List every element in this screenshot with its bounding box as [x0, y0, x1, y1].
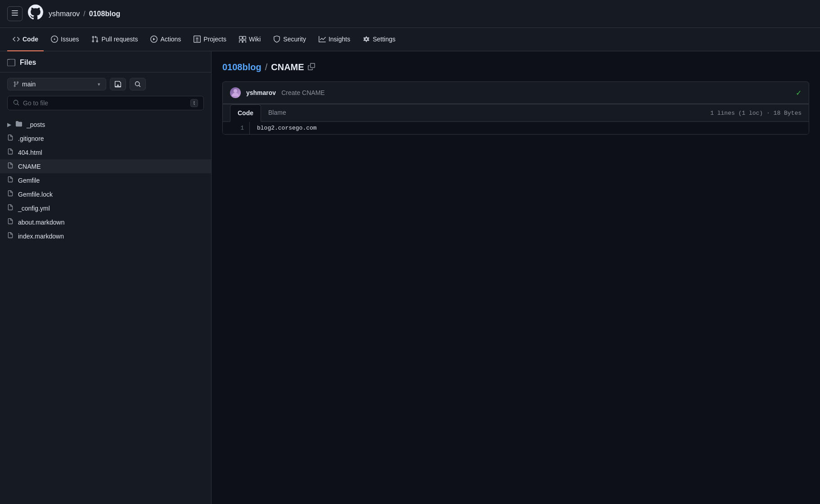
file-icon	[7, 176, 14, 184]
breadcrumb-repo[interactable]: 0108blog	[89, 10, 120, 18]
list-item[interactable]: CNAME	[0, 159, 211, 173]
viewer-tab-code[interactable]: Code	[230, 104, 261, 122]
tab-security-label: Security	[283, 36, 306, 43]
sidebar-title: Files	[20, 58, 36, 67]
tab-issues-label: Issues	[61, 36, 79, 43]
breadcrumb-slash: /	[83, 10, 85, 18]
nav-tabs: Code Issues Pull requests Actions	[0, 28, 820, 51]
breadcrumb-file-name: CNAME	[271, 62, 304, 72]
go-to-file-row: Go to file t	[0, 96, 211, 116]
go-to-file-input[interactable]: Go to file t	[7, 96, 204, 110]
commit-bar: yshmarov Create CNAME ✓	[222, 81, 809, 104]
sidebar: Files main ▾	[0, 51, 212, 504]
svg-point-0	[234, 89, 237, 93]
branch-icon	[13, 81, 19, 87]
avatar	[230, 87, 241, 98]
wiki-icon	[239, 36, 246, 43]
file-name: index.markdown	[18, 233, 64, 240]
panel-icon	[7, 58, 15, 67]
list-item[interactable]: Gemfile.lock	[0, 187, 211, 201]
tab-code-label: Code	[23, 36, 38, 43]
insights-icon	[319, 36, 326, 43]
tab-settings[interactable]: Settings	[357, 28, 401, 51]
folder-icon	[16, 121, 22, 128]
code-line-1: 1 blog2.corsego.com	[223, 122, 809, 134]
file-name: about.markdown	[18, 219, 65, 226]
file-name: .gitignore	[18, 135, 44, 142]
line-number: 1	[223, 122, 250, 134]
hamburger-button[interactable]	[7, 6, 23, 21]
commit-message: Create CNAME	[281, 89, 324, 96]
go-to-file-placeholder: Go to file	[23, 99, 48, 107]
file-name: Gemfile	[18, 177, 40, 184]
tab-actions[interactable]: Actions	[145, 28, 186, 51]
copy-icon[interactable]	[308, 63, 315, 72]
code-icon	[13, 36, 20, 43]
file-icon	[7, 218, 14, 226]
security-icon	[273, 36, 280, 43]
main-layout: Files main ▾	[0, 51, 820, 504]
file-name: CNAME	[18, 163, 41, 170]
branch-name: main	[22, 81, 36, 88]
projects-icon	[194, 36, 201, 43]
search-small-icon	[13, 99, 19, 107]
list-item[interactable]: _config.yml	[0, 201, 211, 215]
chevron-right-icon: ▶	[7, 122, 11, 128]
file-name: Gemfile.lock	[18, 191, 53, 198]
file-icon	[7, 190, 14, 198]
chevron-down-icon: ▾	[98, 81, 100, 87]
tab-security[interactable]: Security	[268, 28, 311, 51]
list-item[interactable]: Gemfile	[0, 173, 211, 187]
tab-insights[interactable]: Insights	[313, 28, 356, 51]
settings-icon	[363, 36, 370, 43]
line-code: blog2.corsego.com	[250, 122, 809, 134]
file-viewer-tabs: Code Blame 1 lines (1 loc) · 18 Bytes	[223, 104, 809, 122]
tab-pull-requests[interactable]: Pull requests	[86, 28, 143, 51]
viewer-tab-blame[interactable]: Blame	[261, 104, 293, 122]
file-name: _posts	[27, 121, 45, 128]
list-item[interactable]: .gitignore	[0, 131, 211, 145]
file-icon	[7, 232, 14, 240]
file-meta: 1 lines (1 loc) · 18 Bytes	[710, 110, 802, 117]
sidebar-header: Files	[0, 51, 211, 72]
issues-icon	[51, 36, 58, 43]
actions-icon	[150, 36, 158, 43]
file-list: ▶ _posts .gitignore	[0, 116, 211, 504]
code-content: 1 blog2.corsego.com	[223, 122, 809, 134]
branch-selector[interactable]: main ▾	[7, 78, 106, 90]
breadcrumb-repo-link[interactable]: 0108blog	[222, 62, 261, 72]
shortcut-key: t	[190, 99, 198, 107]
list-item[interactable]: about.markdown	[0, 215, 211, 229]
list-item[interactable]: ▶ _posts	[0, 117, 211, 131]
tab-pull-requests-label: Pull requests	[101, 36, 138, 43]
list-item[interactable]: 404.html	[0, 145, 211, 159]
tab-wiki-label: Wiki	[249, 36, 261, 43]
tab-code[interactable]: Code	[7, 28, 44, 51]
tab-actions-label: Actions	[160, 36, 181, 43]
file-name: _config.yml	[18, 205, 50, 212]
commit-author[interactable]: yshmarov	[246, 89, 276, 96]
tab-settings-label: Settings	[373, 36, 396, 43]
pull-requests-icon	[91, 36, 99, 43]
content-area: 0108blog / CNAME yshmarov Create CNAME ✓	[212, 51, 820, 504]
github-logo[interactable]	[28, 4, 43, 23]
file-breadcrumb: 0108blog / CNAME	[222, 62, 809, 72]
commit-check-icon: ✓	[796, 89, 802, 97]
search-button[interactable]	[130, 78, 146, 90]
file-viewer: Code Blame 1 lines (1 loc) · 18 Bytes 1 …	[222, 104, 809, 135]
tab-projects[interactable]: Projects	[188, 28, 232, 51]
file-icon	[7, 204, 14, 212]
file-icon	[7, 148, 14, 156]
breadcrumb-user[interactable]: yshmarov	[49, 10, 80, 18]
list-item[interactable]: index.markdown	[0, 229, 211, 243]
tab-insights-label: Insights	[329, 36, 350, 43]
tab-projects-label: Projects	[203, 36, 226, 43]
file-name: 404.html	[18, 149, 42, 156]
sidebar-branch-row: main ▾	[0, 72, 211, 96]
file-icon	[7, 162, 14, 170]
tab-issues[interactable]: Issues	[45, 28, 84, 51]
add-file-button[interactable]	[110, 78, 126, 90]
breadcrumb-separator: /	[265, 62, 268, 72]
tab-wiki[interactable]: Wiki	[234, 28, 266, 51]
topbar: yshmarov / 0108blog	[0, 0, 820, 28]
